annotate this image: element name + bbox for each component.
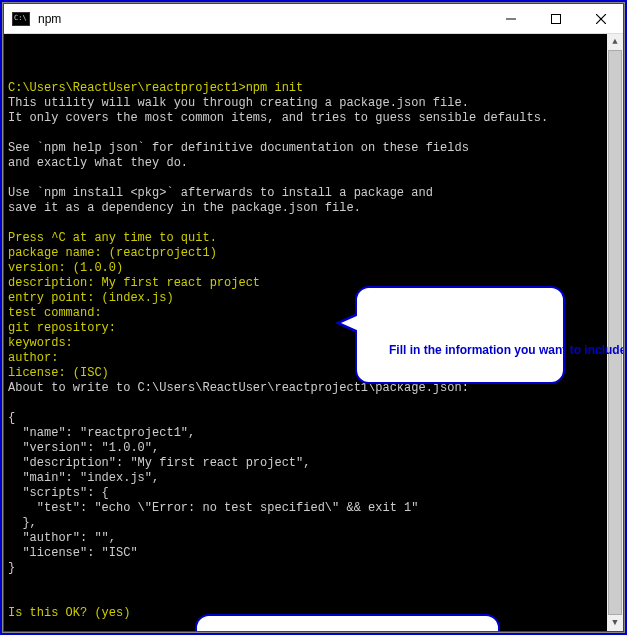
close-button[interactable] <box>578 4 623 33</box>
scroll-down-icon[interactable]: ▼ <box>607 615 623 631</box>
json-line: }, <box>8 516 37 530</box>
json-line: "scripts": { <box>8 486 109 500</box>
final-prompt: Is this OK? (yes) <box>8 606 130 620</box>
scrollbar[interactable]: ▲ ▼ <box>607 34 623 631</box>
interactive-line: test command: <box>8 306 102 320</box>
prompt-path: C:\Users\ReactUser\reactproject1> <box>8 81 246 95</box>
maximize-button[interactable] <box>533 4 578 33</box>
intro-line: Use `npm install <pkg>` afterwards to in… <box>8 186 433 200</box>
json-line: "license": "ISC" <box>8 546 138 560</box>
interactive-line: entry point: (index.js) <box>8 291 174 305</box>
intro-line: save it as a dependency in the package.j… <box>8 201 361 215</box>
callout-fill-info: Fill in the information you want to incl… <box>355 286 565 384</box>
interactive-line: author: <box>8 351 58 365</box>
interactive-line: Press ^C at any time to quit. <box>8 231 217 245</box>
intro-line: See `npm help json` for definitive docum… <box>8 141 469 155</box>
json-line: { <box>8 411 15 425</box>
titlebar: npm <box>4 4 623 34</box>
cmd-icon <box>12 12 30 26</box>
svg-rect-1 <box>551 14 560 23</box>
prompt-cmd: npm init <box>246 81 304 95</box>
interactive-line: version: (1.0.0) <box>8 261 123 275</box>
json-line: } <box>8 561 15 575</box>
json-line: "test": "echo \"Error: no test specified… <box>8 501 418 515</box>
interactive-line: license: (ISC) <box>8 366 109 380</box>
json-line: "main": "index.js", <box>8 471 159 485</box>
window-title: npm <box>38 12 488 26</box>
json-line: "version": "1.0.0", <box>8 441 159 455</box>
intro-line: It only covers the most common items, an… <box>8 111 548 125</box>
json-line: "author": "", <box>8 531 116 545</box>
minimize-button[interactable] <box>488 4 533 33</box>
callout-tail-icon <box>341 315 359 331</box>
json-line: "name": "reactproject1", <box>8 426 195 440</box>
terminal-body[interactable]: C:\Users\ReactUser\reactproject1>npm ini… <box>4 34 623 631</box>
minimize-icon <box>506 14 516 24</box>
interactive-line: package name: (reactproject1) <box>8 246 217 260</box>
scroll-up-icon[interactable]: ▲ <box>607 34 623 50</box>
intro-line: and exactly what they do. <box>8 156 188 170</box>
json-line: "description": "My first react project", <box>8 456 310 470</box>
terminal-window: npm C:\Users\ReactUser\reactproject1>npm… <box>3 3 624 632</box>
close-icon <box>596 14 606 24</box>
intro-line: This utility will walk you through creat… <box>8 96 469 110</box>
callout-tail-icon <box>175 630 197 631</box>
maximize-icon <box>551 14 561 24</box>
interactive-line: keywords: <box>8 336 73 350</box>
callout-press-enter: Press enter to create the package.json f… <box>195 614 500 631</box>
callout-text: Fill in the information you want to incl… <box>389 343 623 357</box>
interactive-line: description: My first react project <box>8 276 260 290</box>
scrollbar-thumb[interactable] <box>608 50 622 615</box>
interactive-line: git repository: <box>8 321 116 335</box>
window-controls <box>488 4 623 33</box>
